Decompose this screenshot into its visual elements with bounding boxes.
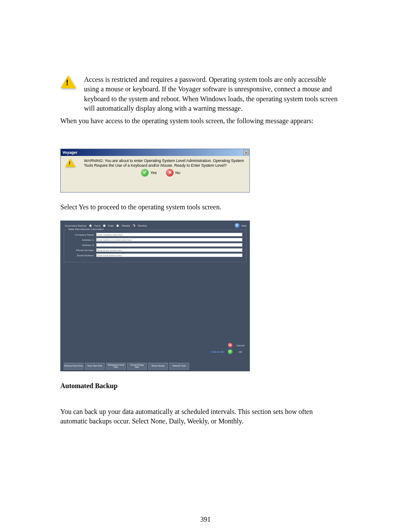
help-label: Help [241,224,246,227]
manufacturer-info-fieldset: Table Manufacturer Information Company N… [64,230,246,262]
dialog-warning-text: WARNING: You are about to enter Operatin… [84,159,245,168]
x-icon: ✕ [228,343,233,348]
help-icon: ? [235,223,240,228]
ok-label: OK [234,351,246,353]
fieldset-title: Table Manufacturer Information [67,228,105,230]
phone-input[interactable]: Enter phone number here [96,248,243,252]
ok-button[interactable]: ✓ OK [228,349,246,354]
radio-none[interactable] [89,224,92,227]
radio-monthly[interactable] [133,224,135,227]
check-icon: ✓ [228,349,233,354]
page-number: 391 [0,516,411,523]
automated-backup-text: You can back up your data automatically … [60,407,336,426]
tab-format-floppy-disk[interactable]: Format Floppy Disk [127,363,147,370]
dialog-title: Voyager [62,150,78,155]
clock: 9:33:46 AM [211,351,224,353]
radio-daily[interactable] [103,224,106,227]
yes-button[interactable]: ✓ Yes [141,169,163,177]
instruction-text-3: Select Yes to proceed to the operating s… [60,202,336,212]
yes-label: Yes [150,171,163,175]
tab-scan-hard-disk[interactable]: Scan Hard Disk [85,363,105,370]
radio-weekly[interactable] [116,224,119,227]
cancel-label: Cancel [234,344,246,347]
radio-monthly-label: Monthly [138,224,147,227]
automated-backup-heading: Automated Backup [60,381,336,391]
phone-label: Phone Number: [68,249,94,252]
voyager-dialog: Voyager WARNING: You are about to enter … [60,149,250,193]
x-icon: ✕ [166,169,174,177]
tab-network-tools[interactable]: Network Tools [169,363,189,370]
address1-input[interactable]: Enter address or contact name here [96,238,243,242]
radio-none-label: None [94,224,100,227]
check-icon: ✓ [141,169,149,177]
close-icon[interactable] [243,150,249,155]
warning-icon [65,159,81,171]
no-label: No [175,171,188,175]
company-input[interactable]: Enter company name here [96,233,243,236]
address1-label: Address 1: [68,239,94,241]
automated-backup-row: Automated Backup None Daily Weekly Month… [65,224,147,227]
admin-tools-screen: Automated Backup None Daily Weekly Month… [60,221,250,371]
automated-backup-label: Automated Backup [65,224,87,227]
instruction-text-2: When you have access to the operating sy… [60,116,336,126]
email-label: Email Address: [68,254,94,257]
email-input[interactable]: Enter email address here [96,253,243,257]
no-button[interactable]: ✕ No [166,169,188,177]
address2-label: Address 2: [68,244,94,246]
tab-backup-hard-drive[interactable]: Backup Hard Drive [64,363,84,370]
radio-daily-label: Daily [108,224,114,227]
instruction-text-1: Access is restricted and requires a pass… [84,75,338,114]
dialog-titlebar: Voyager [61,149,249,156]
address2-input[interactable] [96,243,243,247]
tab-defragment-hard-disk[interactable]: Defragment Hard Disk [106,363,126,370]
warning-icon [60,75,76,89]
tab-reset-setups[interactable]: Reset Setups [148,363,168,370]
company-label: Company Name: [68,233,94,236]
radio-weekly-label: Weekly [121,224,130,227]
help-button[interactable]: ? Help [235,223,246,228]
cancel-button[interactable]: ✕ Cancel [228,343,246,348]
